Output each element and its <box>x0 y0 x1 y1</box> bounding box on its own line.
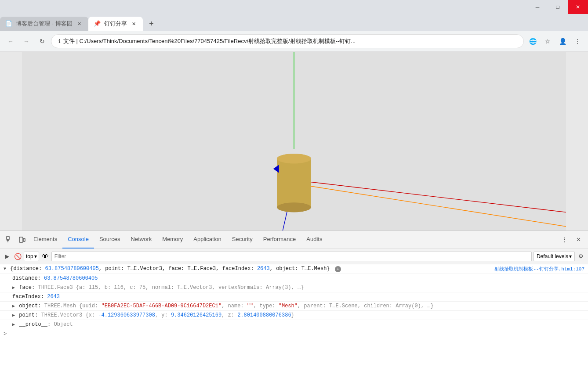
devtools-tabs-right: ⋮ ✕ <box>558 234 584 246</box>
console-entry-face-main[interactable]: ▶ face: THREE.Face3 {a: 115, b: 116, c: … <box>9 283 588 292</box>
devtools-close-button[interactable]: ✕ <box>572 234 584 246</box>
refresh-button[interactable]: ↻ <box>35 34 49 48</box>
scene-svg <box>0 52 588 231</box>
refresh-icon: ↻ <box>40 38 45 45</box>
console-entry-distance: distance: 63.87548780600405 <box>0 274 588 283</box>
menu-button[interactable]: ⋮ <box>570 34 584 48</box>
svg-rect-13 <box>19 237 23 242</box>
console-filter-input[interactable] <box>51 252 532 261</box>
minimize-button[interactable]: ─ <box>527 0 548 14</box>
svg-rect-6 <box>277 158 311 207</box>
console-toolbar: ▶ 🚫 top ▾ 👁 Default levels ▾ ⚙ <box>0 249 588 264</box>
translate-button[interactable]: 🌐 <box>526 34 540 48</box>
console-prompt: > <box>0 329 588 339</box>
console-settings-button[interactable]: ⚙ <box>577 252 585 261</box>
console-levels-select[interactable]: Default levels ▾ <box>534 252 575 261</box>
chevron-down-icon: ▾ <box>34 253 37 259</box>
tab-memory[interactable]: Memory <box>157 231 188 249</box>
tab-security[interactable]: Security <box>227 231 258 249</box>
device-icon <box>18 236 25 243</box>
new-tab-button[interactable]: + <box>145 18 159 30</box>
star-icon: ☆ <box>545 38 551 45</box>
devtools-panel: Elements Console Sources Network Memory … <box>0 231 588 371</box>
titlebar-controls: ─ □ ✕ <box>527 0 588 14</box>
tab-2-favicon: 📌 <box>94 20 101 27</box>
tab-2[interactable]: 📌 钉钉分享 ✕ <box>88 17 143 31</box>
tab-application[interactable]: Application <box>188 231 227 249</box>
expand-arrow-face[interactable]: ▶ <box>12 285 15 290</box>
console-entry-1: ▼ {distance: 63.87548780600405, point: T… <box>0 264 588 274</box>
prompt-arrow: > <box>4 331 7 337</box>
close-button[interactable]: ✕ <box>568 0 588 14</box>
console-output[interactable]: ▼ {distance: 63.87548780600405, point: T… <box>0 264 588 371</box>
svg-point-8 <box>277 154 311 163</box>
console-context-select[interactable]: top ▾ <box>24 252 39 261</box>
tab-sources[interactable]: Sources <box>94 231 126 249</box>
tab-audits[interactable]: Audits <box>301 231 327 249</box>
console-eye-button[interactable]: 👁 <box>41 252 50 261</box>
console-entry-1-source[interactable]: 射线拾取机制模板--钉钉分享.html:107 <box>491 264 588 274</box>
console-entry-faceindex-main: faceIndex: 2643 <box>9 292 588 301</box>
console-entry-faceindex: faceIndex: 2643 <box>0 292 588 302</box>
plus-icon: + <box>149 19 154 29</box>
maximize-button[interactable]: □ <box>548 0 568 14</box>
back-button[interactable]: ← <box>4 34 18 48</box>
tab-network[interactable]: Network <box>126 231 157 249</box>
expand-arrow-point[interactable]: ▶ <box>12 313 15 318</box>
menu-icon: ⋮ <box>574 38 581 45</box>
forward-button[interactable]: → <box>19 34 33 48</box>
console-entry-proto: ▶ __proto__: Object <box>0 320 588 329</box>
levels-chevron-icon: ▾ <box>569 253 572 259</box>
console-entry-point: ▶ point: THREE.Vector3 {x: -4.1293606339… <box>0 311 588 320</box>
tab-performance[interactable]: Performance <box>258 231 301 249</box>
translate-icon: 🌐 <box>529 38 537 45</box>
tab-elements[interactable]: Elements <box>28 231 62 249</box>
console-entry-object-main[interactable]: ▶ object: THREE.Mesh {uuid: "EB0FA2EC-5D… <box>9 302 588 310</box>
tab-2-label: 钉钉分享 <box>104 20 127 28</box>
tab-1-close[interactable]: ✕ <box>76 20 83 27</box>
profile-icon: 👤 <box>559 38 566 45</box>
viewport[interactable] <box>0 52 588 231</box>
console-entry-point-main[interactable]: ▶ point: THREE.Vector3 {x: -4.1293606339… <box>9 311 588 320</box>
console-prompt-input[interactable] <box>8 331 584 337</box>
console-entry-proto-main[interactable]: ▶ __proto__: Object <box>9 320 588 329</box>
tab-bar: 📄 博客后台管理 - 博客园 ✕ 📌 钉钉分享 ✕ + <box>0 14 588 31</box>
console-entry-1-main[interactable]: ▼ {distance: 63.87548780600405, point: T… <box>0 264 491 274</box>
devtools-device-button[interactable] <box>16 234 28 246</box>
tab-console[interactable]: Console <box>62 231 94 249</box>
forward-icon: → <box>23 38 29 45</box>
svg-rect-10 <box>7 237 9 239</box>
devtools-more-button[interactable]: ⋮ <box>558 234 570 246</box>
expand-arrow-1[interactable]: ▼ <box>4 267 6 271</box>
tab-1[interactable]: 📄 博客后台管理 - 博客园 ✕ <box>0 17 88 31</box>
address-input[interactable]: ℹ 文件 | C:/Users/Think/Documents/Tencent%… <box>51 34 524 48</box>
bookmark-button[interactable]: ☆ <box>541 34 555 48</box>
svg-point-7 <box>277 202 311 212</box>
main-content: Elements Console Sources Network Memory … <box>0 52 588 371</box>
console-clear-button[interactable]: 🚫 <box>13 252 22 261</box>
console-entry-distance-main: distance: 63.87548780600405 <box>9 274 588 283</box>
lock-icon: ℹ <box>58 38 61 44</box>
profile-button[interactable]: 👤 <box>555 34 570 48</box>
console-entry-face: ▶ face: THREE.Face3 {a: 115, b: 116, c: … <box>0 283 588 292</box>
devtools-tab-bar: Elements Console Sources Network Memory … <box>0 231 588 249</box>
expand-arrow-object[interactable]: ▶ <box>12 304 15 309</box>
console-exec-button[interactable]: ▶ <box>3 252 11 261</box>
browser-titlebar: ─ □ ✕ <box>0 0 588 14</box>
tab-1-favicon: 📄 <box>5 20 12 27</box>
address-actions: 🌐 ☆ 👤 ⋮ <box>526 34 584 48</box>
expand-arrow-proto[interactable]: ▶ <box>12 322 15 327</box>
tab-2-close[interactable]: ✕ <box>131 20 138 27</box>
inspect-icon <box>6 236 13 243</box>
address-bar: ← → ↻ ℹ 文件 | C:/Users/Think/Documents/Te… <box>0 31 588 52</box>
info-icon-1[interactable]: i <box>335 266 341 272</box>
svg-rect-14 <box>23 238 25 241</box>
devtools-inspect-button[interactable] <box>4 234 16 246</box>
address-text: 文件 | C:/Users/Think/Documents/Tencent%20… <box>63 37 516 45</box>
back-icon: ← <box>7 38 14 45</box>
console-entry-object: ▶ object: THREE.Mesh {uuid: "EB0FA2EC-5D… <box>0 302 588 311</box>
tab-1-label: 博客后台管理 - 博客园 <box>16 20 73 28</box>
